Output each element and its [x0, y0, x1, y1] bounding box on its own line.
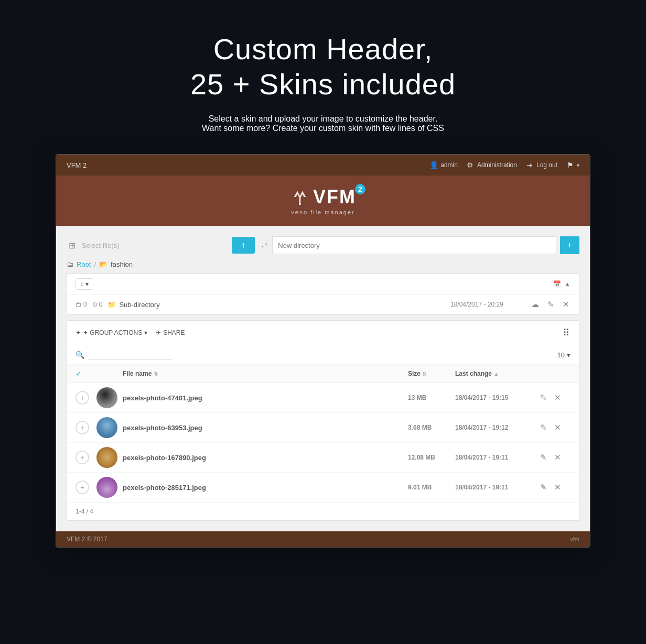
hero-title-line2: 25 + Skins included: [190, 68, 456, 101]
nav-user[interactable]: 👤 admin: [429, 161, 458, 169]
sort-button[interactable]: ↕ ▾: [76, 278, 93, 290]
hero-subtitle-line2: Want some more? Create your custom skin …: [202, 124, 444, 133]
file-add-btn-wrap: +: [76, 391, 96, 405]
dir-date: 18/04/2017 - 20:29: [450, 301, 524, 308]
vfm-logo: VFM 2 veno file manager: [290, 186, 356, 215]
col-name-label: File name: [123, 370, 152, 377]
select-files-icon-btn[interactable]: ⊞: [67, 238, 78, 253]
file-size: 13 MB: [408, 394, 455, 401]
dir-folder-icon: 🗀: [76, 301, 82, 308]
logout-icon: ⇥: [525, 161, 534, 169]
file-date: 18/04/2017 - 19:15: [455, 394, 539, 401]
nav-admin[interactable]: ⚙ Administration: [466, 161, 517, 169]
hero-section: Custom Header, 25 + Skins included Selec…: [190, 21, 456, 154]
app-footer: VFM 2 © 2017 vfm: [56, 531, 590, 547]
search-input[interactable]: [89, 350, 173, 360]
file-delete-button[interactable]: ✕: [553, 392, 562, 403]
date-icon: 📅: [553, 280, 561, 288]
file-edit-button[interactable]: ✎: [539, 452, 548, 463]
footer-copyright: VFM 2 © 2017: [67, 536, 107, 543]
toolbar: ⊞ Select file(s) ↑ ⇌ +: [67, 236, 579, 254]
file-edit-button[interactable]: ✎: [539, 392, 548, 403]
table-row: + pexels-photo-63953.jpeg 3.68 MB 18/04/…: [67, 413, 579, 443]
sort-name-icon: ⇅: [154, 371, 158, 377]
vfm-logo-top: VFM 2: [290, 186, 356, 208]
dir-delete-button[interactable]: ✕: [562, 299, 570, 310]
th-size[interactable]: Size ⇅: [408, 370, 455, 377]
dir-edit-button[interactable]: ✎: [546, 299, 555, 310]
files-icon: ⊞: [69, 241, 76, 250]
file-date: 18/04/2017 - 19:11: [455, 484, 539, 491]
col-date-label: Last change: [455, 370, 492, 377]
chevron-down-icon-perpage: ▾: [567, 351, 570, 359]
pagination-text: 1-4 / 4: [76, 508, 93, 515]
file-name: pexels-photo-63953.jpeg: [123, 424, 408, 432]
cloud-icon: ☁: [531, 300, 539, 309]
th-name[interactable]: File name ⇅: [123, 370, 408, 377]
directory-row: 🗀 0 ⊙ 0 📁 Sub-directory 18/04/2017 - 20:…: [67, 294, 579, 314]
share-icon: ✈: [156, 329, 161, 336]
breadcrumb-current: fashion: [111, 260, 133, 268]
dir-panel-header: ↕ ▾ 📅 ▲: [67, 274, 579, 294]
file-thumb: [96, 447, 123, 468]
file-add-button[interactable]: +: [76, 421, 89, 434]
file-add-btn-wrap: +: [76, 481, 96, 494]
folder-icon: 🗂: [67, 260, 73, 268]
nav-logout-label: Log out: [536, 161, 557, 169]
th-check: ✓: [76, 369, 96, 378]
dir-info: 🗀 0 ⊙ 0 📁 Sub-directory: [76, 301, 444, 309]
user-icon: 👤: [429, 161, 438, 169]
directory-panel: ↕ ▾ 📅 ▲ 🗀 0 ⊙: [67, 274, 579, 315]
file-edit-button[interactable]: ✎: [539, 482, 548, 493]
breadcrumb-root[interactable]: Root: [77, 260, 91, 268]
add-directory-button[interactable]: +: [560, 236, 579, 254]
vfm-tagline: veno file manager: [291, 209, 354, 215]
file-edit-button[interactable]: ✎: [539, 422, 548, 433]
file-name: pexels-photo-285171.jpeg: [123, 484, 408, 492]
group-actions-button[interactable]: ✦ ✦ GROUP ACTIONS ▾: [76, 329, 147, 336]
sort-date-icon: ▲: [493, 371, 499, 377]
nav-logout[interactable]: ⇥ Log out: [525, 161, 557, 169]
vfm-name-text: VFM: [313, 186, 356, 208]
file-add-button[interactable]: +: [76, 451, 89, 464]
vfm-svg-icon: [290, 187, 310, 207]
fm-toolbar-left: ✦ ✦ GROUP ACTIONS ▾ ✈ SHARE: [76, 329, 185, 336]
file-add-button[interactable]: +: [76, 391, 89, 405]
file-actions: ✎ ✕: [539, 452, 570, 463]
file-size: 3.68 MB: [408, 424, 455, 431]
nav-flag[interactable]: ⚑ ▾: [566, 161, 579, 169]
file-actions: ✎ ✕: [539, 392, 570, 403]
col-size-label: Size: [408, 370, 421, 377]
search-row: 🔍 10 ▾: [67, 345, 579, 365]
upload-icon: ↑: [241, 241, 245, 250]
dir-counts: 🗀 0 ⊙ 0: [76, 301, 102, 308]
edit-icon: ✎: [540, 453, 547, 462]
upload-button[interactable]: ↑: [232, 237, 255, 254]
file-actions: ✎ ✕: [539, 482, 570, 493]
thumbnail: [96, 417, 117, 438]
th-date[interactable]: Last change ▲: [455, 370, 539, 377]
nav-bar: VFM 2 👤 admin ⚙ Administration ⇥ Log out…: [56, 155, 590, 176]
file-manager-panel: ✦ ✦ GROUP ACTIONS ▾ ✈ SHARE ⠿ 🔍: [67, 320, 579, 521]
per-page-select[interactable]: 10 ▾: [557, 351, 570, 359]
plus-icon: +: [567, 241, 572, 250]
dir-cloud-button[interactable]: ☁: [530, 299, 540, 310]
grid-view-button[interactable]: ⠿: [562, 326, 570, 340]
file-delete-button[interactable]: ✕: [553, 482, 562, 493]
app-window: VFM 2 👤 admin ⚙ Administration ⇥ Log out…: [56, 154, 590, 548]
close-icon: ✕: [554, 393, 561, 402]
share-button[interactable]: ✈ SHARE: [156, 329, 185, 336]
fm-toolbar: ✦ ✦ GROUP ACTIONS ▾ ✈ SHARE ⠿: [67, 321, 579, 345]
sort-icon: ↕: [80, 280, 83, 288]
file-thumb: [96, 477, 123, 498]
new-directory-input[interactable]: [272, 236, 555, 254]
close-icon: ✕: [563, 300, 569, 309]
close-icon: ✕: [554, 453, 561, 462]
file-add-btn-wrap: +: [76, 451, 96, 464]
file-delete-button[interactable]: ✕: [553, 422, 562, 433]
toolbar-select-files: ⊞ Select file(s): [67, 238, 225, 253]
file-delete-button[interactable]: ✕: [553, 452, 562, 463]
file-add-button[interactable]: +: [76, 481, 89, 494]
nav-brand: VFM 2: [67, 161, 87, 169]
file-name: pexels-photo-47401.jpeg: [123, 394, 408, 402]
